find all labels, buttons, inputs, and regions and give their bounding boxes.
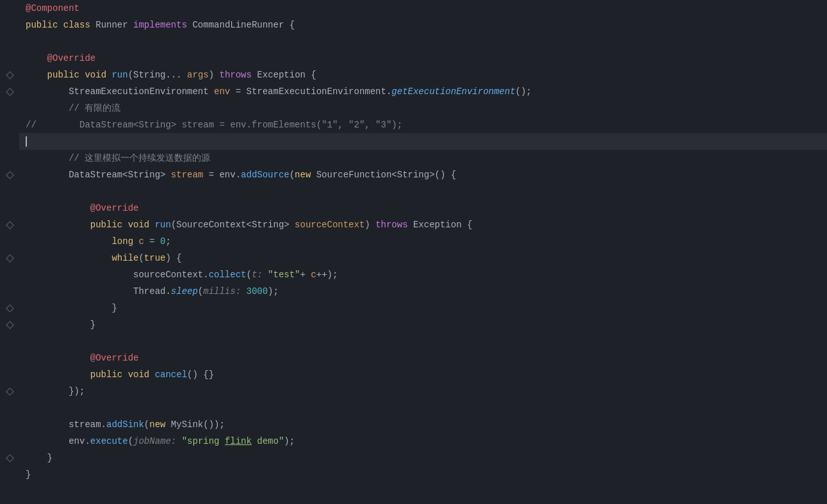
code-line: env.execute(jobName: "spring flink demo"… <box>19 433 827 450</box>
gutter-row <box>0 150 19 167</box>
gutter-row <box>0 200 19 216</box>
code-line: @Component <box>19 0 827 17</box>
gutter-row <box>0 216 19 233</box>
gutter-row <box>0 0 19 17</box>
code-line: }); <box>19 383 827 400</box>
gutter-row <box>0 167 19 183</box>
code-line: } <box>19 466 827 483</box>
code-line: sourceContext.collect(t: "test"+ c++); <box>19 266 827 283</box>
gutter-row <box>0 17 19 33</box>
code-line <box>19 33 827 50</box>
gutter-row <box>0 300 19 316</box>
gutter-row <box>0 333 19 350</box>
code-line: long c = 0; <box>19 233 827 250</box>
code-line: while(true) { <box>19 250 827 266</box>
code-content: @Componentpublic class Runner implements… <box>19 0 827 504</box>
gutter-row <box>0 383 19 400</box>
gutter-row <box>0 283 19 300</box>
fold-icon[interactable] <box>6 304 14 313</box>
code-line: public void run(SourceContext<String> so… <box>19 216 827 233</box>
code-line <box>19 133 827 150</box>
gutter-row <box>0 466 19 483</box>
code-line: } <box>19 316 827 333</box>
gutter-row <box>0 366 19 383</box>
fold-icon[interactable] <box>6 221 14 229</box>
gutter-row <box>0 400 19 416</box>
gutter-row <box>0 50 19 67</box>
gutter-row <box>0 67 19 83</box>
gutter-row <box>0 100 19 117</box>
fold-icon[interactable] <box>6 254 14 263</box>
code-line: stream.addSink(new MySink()); <box>19 416 827 433</box>
fold-icon[interactable] <box>6 171 14 179</box>
gutter-row <box>0 117 19 133</box>
code-line: @Override <box>19 350 827 366</box>
code-line <box>19 400 827 416</box>
code-line: } <box>19 300 827 316</box>
gutter-row <box>0 83 19 100</box>
gutter-row <box>0 450 19 466</box>
gutter-row <box>0 33 19 50</box>
code-line: } <box>19 450 827 466</box>
code-line: public void run(String... args) throws E… <box>19 67 827 83</box>
gutter-row <box>0 183 19 200</box>
code-line: public class Runner implements CommandLi… <box>19 17 827 33</box>
code-line: Thread.sleep(millis: 3000); <box>19 283 827 300</box>
code-line: StreamExecutionEnvironment env = StreamE… <box>19 83 827 100</box>
code-line: @Override <box>19 200 827 216</box>
code-line: // 这里模拟一个持续发送数据的源 <box>19 150 827 167</box>
code-line: // 有限的流 <box>19 100 827 117</box>
cursor <box>26 136 27 147</box>
fold-icon[interactable] <box>6 454 14 462</box>
gutter-row <box>0 133 19 150</box>
code-line: DataStream<String> stream = env.addSourc… <box>19 167 827 183</box>
code-line: public void cancel() {} <box>19 366 827 383</box>
gutter-row <box>0 416 19 433</box>
code-line: @Override <box>19 50 827 67</box>
gutter-row <box>0 316 19 333</box>
code-line: // DataStream<String> stream = env.fromE… <box>19 117 827 133</box>
gutter-row <box>0 350 19 366</box>
gutter-row <box>0 266 19 283</box>
code-line <box>19 183 827 200</box>
gutter-row <box>0 433 19 450</box>
gutter-row <box>0 250 19 266</box>
fold-icon[interactable] <box>6 321 14 329</box>
code-editor: @Componentpublic class Runner implements… <box>0 0 827 504</box>
fold-icon[interactable] <box>6 71 14 79</box>
gutter-row <box>0 233 19 250</box>
fold-icon[interactable] <box>6 387 14 396</box>
code-line <box>19 333 827 350</box>
gutter <box>0 0 19 504</box>
fold-icon[interactable] <box>6 88 14 96</box>
